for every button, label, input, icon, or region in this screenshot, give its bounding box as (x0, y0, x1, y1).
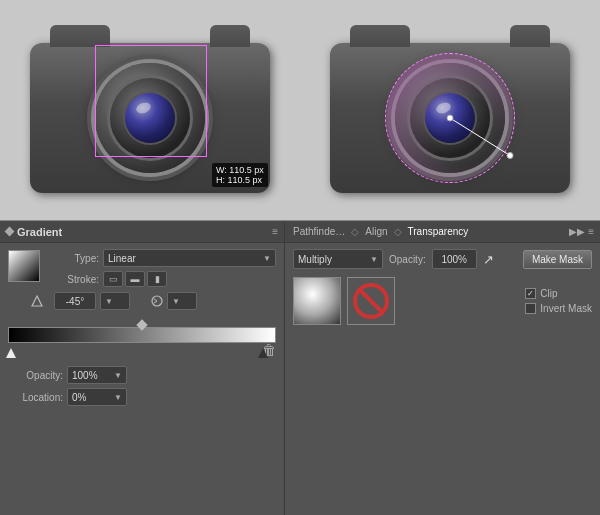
pathfinder-tab[interactable]: Pathfinde… (291, 226, 347, 237)
gradient-panel-header: Gradient ≡ (0, 221, 284, 243)
type-dropdown-arrow: ▼ (263, 254, 271, 263)
invert-row: Invert Mask (525, 303, 592, 314)
angle-dropdown-arrow: ▼ (105, 297, 113, 306)
location-dropdown-arrow: ▼ (114, 393, 122, 402)
clip-label: Clip (540, 288, 557, 299)
stroke-btn-3[interactable]: ▮ (147, 271, 167, 287)
expand-icon[interactable]: ▶▶ (569, 226, 585, 237)
camera-top-bump2-right (510, 25, 550, 47)
width-label: W: 110.5 px (216, 165, 264, 175)
clip-checkbox[interactable] (525, 288, 536, 299)
angle-row: -45° ▼ ▼ (8, 292, 276, 310)
blend-mode-value: Multiply (298, 254, 332, 265)
gradient-panel-title: Gradient (6, 226, 62, 238)
svg-marker-3 (32, 296, 42, 306)
location-label: Location: (8, 392, 63, 403)
opacity-input-value: 100% (441, 254, 467, 265)
blend-opacity-row: Multiply ▼ Opacity: 100% ↗ Make Mask (293, 249, 592, 269)
gradient-slider-container: 🗑 (8, 327, 276, 358)
camera-top-bump2-left (210, 25, 250, 47)
reverse-dropdown[interactable]: ▼ (167, 292, 197, 310)
right-lens-inner (425, 93, 475, 143)
type-value: Linear (108, 253, 136, 264)
reverse-icon (150, 294, 164, 308)
invert-checkbox[interactable] (525, 303, 536, 314)
align-tab[interactable]: Align (363, 226, 389, 237)
svg-point-1 (507, 153, 513, 159)
mask-options: Clip Invert Mask (525, 288, 592, 314)
opacity-label: Opacity: (8, 370, 63, 381)
stroke-label: Stroke: (54, 274, 99, 285)
reverse-dropdown-arrow: ▼ (172, 297, 180, 306)
mask-row: Clip Invert Mask (293, 277, 592, 325)
angle-value: -45° (66, 296, 84, 307)
right-lens-outer (395, 63, 505, 173)
size-tooltip: W: 110.5 px H: 110.5 px (212, 163, 268, 187)
opacity-dropdown-arrow: ▼ (114, 371, 122, 380)
location-row: Location: 0% ▼ (0, 386, 284, 408)
opacity-text-label: Opacity: (389, 254, 426, 265)
angle-input[interactable]: -45° (54, 292, 96, 310)
stroke-btn-2[interactable]: ▬ (125, 271, 145, 287)
gradient-panel: Gradient ≡ Type: Linear ▼ (0, 221, 285, 515)
gradient-swatch-area (8, 250, 44, 286)
left-camera-section: W: 110.5 px H: 110.5 px (0, 0, 300, 220)
tab-sep-2: ◇ (394, 226, 402, 237)
blend-mode-dropdown[interactable]: Multiply ▼ (293, 249, 383, 269)
opacity-input[interactable]: 100% (432, 249, 477, 269)
tab-sep-1: ◇ (351, 226, 359, 237)
angle-dropdown[interactable]: ▼ (100, 292, 130, 310)
gradient-title-text: Gradient (17, 226, 62, 238)
no-entry-icon (353, 283, 389, 319)
stroke-buttons: ▭ ▬ ▮ (103, 271, 167, 287)
type-dropdown[interactable]: Linear ▼ (103, 249, 276, 267)
right-lens-mid (410, 78, 490, 158)
bottom-panels: Gradient ≡ Type: Linear ▼ (0, 220, 600, 515)
gradient-midpoint-handle[interactable] (136, 319, 147, 330)
gradient-stop-left[interactable] (6, 348, 16, 358)
mask-thumbnail[interactable] (293, 277, 341, 325)
transparency-panel: Pathfinde… ◇ Align ◇ Transparency ▶▶ ≡ M… (285, 221, 600, 515)
location-dropdown[interactable]: 0% ▼ (67, 388, 127, 406)
type-label: Type: (54, 253, 99, 264)
gradient-diamond-icon (5, 227, 15, 237)
cameras-area: W: 110.5 px H: 110.5 px (0, 0, 600, 220)
left-lens-inner (125, 93, 175, 143)
gradient-panel-body: Type: Linear ▼ Stroke: ▭ ▬ ▮ (0, 243, 284, 321)
transparency-menu-button[interactable]: ≡ (588, 226, 594, 237)
opacity-row: Opacity: 100% ▼ (0, 364, 284, 386)
gradient-menu-button[interactable]: ≡ (272, 226, 278, 237)
left-lens-mid (110, 78, 190, 158)
transparency-body: Multiply ▼ Opacity: 100% ↗ Make Mask (285, 243, 600, 331)
cursor-indicator: ↗ (483, 252, 494, 267)
height-label: H: 110.5 px (216, 175, 264, 185)
invert-label: Invert Mask (540, 303, 592, 314)
gradient-stop-right[interactable] (258, 348, 268, 358)
transparency-panel-header: Pathfinde… ◇ Align ◇ Transparency ▶▶ ≡ (285, 221, 600, 243)
right-lens-highlight (435, 101, 453, 116)
clip-row: Clip (525, 288, 592, 299)
transparency-tab[interactable]: Transparency (406, 226, 471, 237)
right-camera-body (330, 43, 570, 193)
blend-dropdown-arrow: ▼ (370, 255, 378, 264)
angle-icon (30, 294, 44, 308)
make-mask-button[interactable]: Make Mask (523, 250, 592, 269)
opacity-value: 100% (72, 370, 98, 381)
camera-top-bump-right (350, 25, 410, 47)
left-lens-highlight (135, 101, 153, 116)
camera-top-bump-left (50, 25, 110, 47)
gradient-preview-box[interactable] (8, 250, 40, 282)
location-value: 0% (72, 392, 86, 403)
gradient-type-row: Type: Linear ▼ Stroke: ▭ ▬ ▮ (8, 249, 276, 287)
stroke-btn-1[interactable]: ▭ (103, 271, 123, 287)
opacity-dropdown[interactable]: 100% ▼ (67, 366, 127, 384)
mask-empty-slot[interactable] (347, 277, 395, 325)
left-lens-outer (95, 63, 205, 173)
right-camera-section (300, 0, 600, 220)
